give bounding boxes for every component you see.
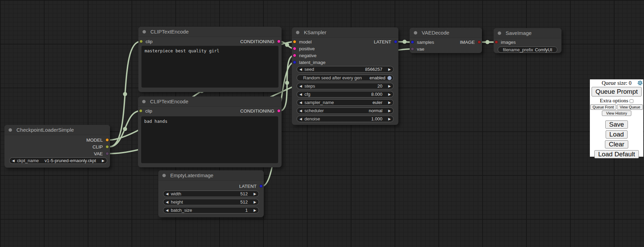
vae-slot-icon[interactable] [411, 47, 414, 51]
vae-slot-icon[interactable] [106, 152, 109, 155]
view-queue-button[interactable]: View Queue [617, 104, 643, 110]
arrow-left-icon[interactable]: ◀ [163, 192, 171, 196]
conditioning-slot-icon[interactable] [277, 40, 281, 43]
arrow-left-icon[interactable]: ◀ [297, 101, 305, 104]
cfg-widget[interactable]: ◀ cfg 8.000 ▶ [297, 91, 394, 98]
node-header[interactable]: CLIPTextEncode [138, 27, 282, 37]
node-checkpoint-loader[interactable]: CheckpointLoaderSimple MODEL CLIP VAE ◀ … [4, 125, 110, 168]
arrow-right-icon[interactable]: ▶ [386, 117, 393, 121]
seed-widget[interactable]: ◀ seed 8566257 ▶ [297, 66, 394, 73]
clear-button[interactable]: Clear [605, 140, 628, 148]
conditioning-slot-icon[interactable] [293, 54, 296, 57]
node-empty-latent-image[interactable]: EmptyLatentImage LATENT ◀ width 512 ▶ ◀ … [158, 170, 264, 217]
arrow-right-icon[interactable]: ▶ [251, 200, 259, 204]
denoise-widget[interactable]: ◀ denoise 1.000 ▶ [297, 116, 394, 122]
output-slot-vae[interactable]: VAE [94, 150, 110, 157]
arrow-right-icon[interactable]: ▶ [386, 109, 393, 113]
conditioning-slot-icon[interactable] [293, 47, 296, 50]
node-header[interactable]: SaveImage [494, 28, 561, 38]
latent-slot-icon[interactable] [259, 184, 263, 188]
clip-slot-icon[interactable] [139, 40, 143, 43]
arrow-left-icon[interactable]: ◀ [297, 93, 305, 96]
toggle-enabled-icon[interactable] [387, 76, 392, 80]
collapse-dot-icon[interactable] [296, 31, 299, 34]
input-slot-model[interactable]: model [292, 38, 312, 45]
random-seed-toggle-widget[interactable]: Random seed after every gen enabled [297, 75, 394, 81]
collapse-dot-icon[interactable] [9, 128, 12, 132]
settings-gear-icon[interactable] [637, 80, 643, 86]
save-button[interactable]: Save [605, 120, 628, 129]
node-header[interactable]: CLIPTextEncode [138, 96, 282, 107]
view-history-button[interactable]: View History [602, 110, 631, 116]
queue-front-button[interactable]: Queue Front [590, 104, 616, 110]
node-save-image[interactable]: SaveImage images filename_prefix ComfyUI [494, 28, 561, 53]
load-button[interactable]: Load [606, 130, 628, 139]
arrow-right-icon[interactable]: ▶ [386, 93, 393, 96]
output-slot-conditioning[interactable]: CONDITIONING [240, 107, 282, 114]
input-slot-images[interactable]: images [494, 39, 516, 46]
output-slot-latent[interactable]: LATENT [239, 183, 264, 190]
sampler-name-widget[interactable]: ◀ sampler_name euler ▶ [297, 99, 394, 106]
arrow-left-icon[interactable]: ◀ [10, 159, 17, 162]
batch-size-widget[interactable]: ◀ batch_size 1 ▶ [163, 207, 259, 213]
node-header[interactable]: EmptyLatentImage [158, 170, 264, 181]
input-slot-negative[interactable]: negative [292, 52, 317, 59]
collapse-dot-icon[interactable] [498, 31, 501, 35]
input-slot-clip[interactable]: clip [138, 107, 152, 114]
output-slot-clip[interactable]: CLIP [92, 143, 110, 150]
output-slot-image[interactable]: IMAGE [460, 39, 482, 46]
latent-slot-icon[interactable] [394, 40, 397, 43]
arrow-right-icon[interactable]: ▶ [386, 84, 393, 88]
model-slot-icon[interactable] [106, 138, 109, 142]
node-graph-canvas[interactable]: CheckpointLoaderSimple MODEL CLIP VAE ◀ … [0, 0, 644, 247]
width-widget[interactable]: ◀ width 512 ▶ [163, 191, 259, 197]
output-slot-model[interactable]: MODEL [86, 136, 110, 143]
collapse-dot-icon[interactable] [142, 100, 146, 103]
steps-widget[interactable]: ◀ steps 20 ▶ [297, 83, 394, 89]
arrow-left-icon[interactable]: ◀ [163, 209, 171, 212]
arrow-left-icon[interactable]: ◀ [297, 117, 305, 121]
arrow-right-icon[interactable]: ▶ [99, 159, 107, 162]
arrow-left-icon[interactable]: ◀ [297, 68, 305, 71]
collapse-dot-icon[interactable] [162, 174, 166, 177]
collapse-dot-icon[interactable] [414, 31, 417, 35]
node-clip-text-encode-negative[interactable]: CLIPTextEncode clip CONDITIONING bad han… [138, 96, 282, 167]
output-slot-latent[interactable]: LATENT [374, 38, 398, 45]
queue-prompt-button[interactable]: Queue Prompt [592, 87, 642, 96]
conditioning-slot-icon[interactable] [277, 109, 281, 113]
arrow-left-icon[interactable]: ◀ [163, 200, 171, 204]
collapse-dot-icon[interactable] [143, 30, 146, 34]
latent-slot-icon[interactable] [293, 61, 296, 64]
model-slot-icon[interactable] [293, 40, 296, 43]
arrow-right-icon[interactable]: ▶ [251, 192, 259, 196]
height-widget[interactable]: ◀ height 512 ▶ [163, 199, 259, 205]
node-clip-text-encode-positive[interactable]: CLIPTextEncode clip CONDITIONING masterp… [138, 27, 282, 92]
ckpt-name-widget[interactable]: ◀ ckpt_name v1-5-pruned-emaonly.ckpt ▶ [9, 157, 107, 164]
extra-options-checkbox[interactable] [630, 99, 633, 103]
node-header[interactable]: KSampler [292, 27, 398, 38]
arrow-right-icon[interactable]: ▶ [251, 209, 259, 212]
load-default-button[interactable]: Load Default [594, 150, 639, 158]
arrow-right-icon[interactable]: ▶ [386, 101, 393, 104]
clip-slot-icon[interactable] [106, 145, 109, 148]
arrow-right-icon[interactable]: ▶ [386, 68, 393, 71]
positive-prompt-textarea[interactable]: masterpiece best quality girl [141, 46, 278, 88]
input-slot-latent-image[interactable]: latent_image [292, 59, 325, 66]
node-ksampler[interactable]: KSampler model LATENT positive negative … [292, 27, 398, 125]
image-slot-icon[interactable] [495, 40, 498, 44]
input-slot-positive[interactable]: positive [292, 45, 315, 52]
node-vae-decode[interactable]: VAEDecode samples IMAGE vae [410, 28, 482, 53]
image-slot-icon[interactable] [478, 40, 481, 44]
input-slot-clip[interactable]: clip [138, 38, 152, 45]
negative-prompt-textarea[interactable]: bad hands [141, 116, 278, 163]
arrow-left-icon[interactable]: ◀ [297, 84, 305, 88]
node-header[interactable]: CheckpointLoaderSimple [4, 125, 110, 135]
input-slot-samples[interactable]: samples [410, 39, 434, 46]
filename-prefix-widget[interactable]: filename_prefix ComfyUI [498, 47, 557, 53]
clip-slot-icon[interactable] [139, 109, 143, 113]
node-header[interactable]: VAEDecode [410, 28, 482, 38]
latent-slot-icon[interactable] [411, 40, 414, 44]
arrow-left-icon[interactable]: ◀ [297, 109, 305, 113]
input-slot-vae[interactable]: vae [410, 46, 424, 52]
scheduler-widget[interactable]: ◀ scheduler normal ▶ [297, 107, 394, 114]
